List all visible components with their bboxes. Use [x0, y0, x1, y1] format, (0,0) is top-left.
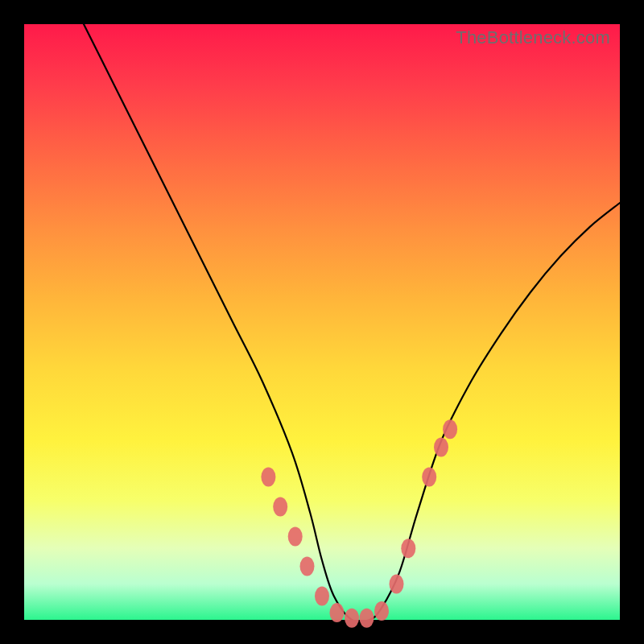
curve-marker: [434, 437, 448, 456]
curve-marker: [390, 575, 404, 594]
chart-frame: TheBottleneck.com: [0, 0, 644, 644]
curve-marker: [315, 586, 329, 605]
curve-marker: [401, 539, 415, 558]
curve-marker: [374, 601, 389, 621]
curve-marker: [443, 419, 457, 439]
curve-marker: [261, 467, 275, 486]
curve-marker: [300, 556, 315, 576]
curve-marker: [273, 497, 287, 516]
curve-marker: [345, 609, 359, 628]
curve-marker: [360, 609, 374, 628]
curve-svg: [24, 24, 620, 620]
curve-marker: [422, 467, 436, 486]
plot-area: TheBottleneck.com: [24, 24, 620, 620]
curve-marker: [288, 526, 303, 546]
curve-marker: [330, 603, 345, 622]
bottleneck-curve: [84, 24, 620, 622]
